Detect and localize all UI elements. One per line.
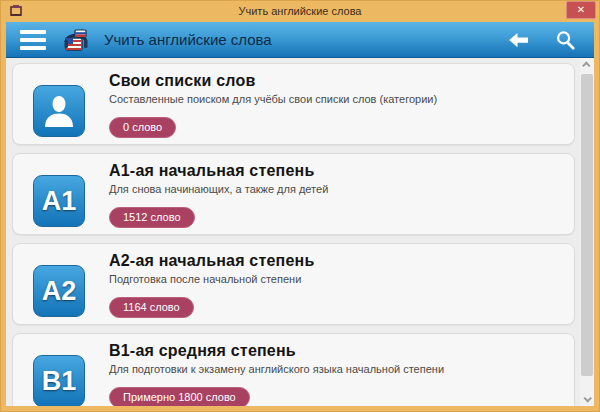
card-title: A2-ая начальная степень bbox=[109, 252, 564, 270]
back-button[interactable] bbox=[504, 25, 534, 55]
app-titlebar-icon bbox=[9, 4, 23, 18]
category-list: Свои списки слов Составленные поиском дл… bbox=[6, 58, 578, 406]
level-b1-icon: B1 bbox=[33, 355, 85, 406]
card-subtitle: Подготовка после начальной степени bbox=[109, 273, 564, 285]
menu-icon[interactable] bbox=[20, 30, 46, 50]
card-title: B1-ая средняя степень bbox=[109, 342, 564, 360]
search-button[interactable] bbox=[550, 25, 580, 55]
card-title: Свои списки слов bbox=[109, 72, 564, 90]
scroll-up-icon[interactable] bbox=[580, 58, 594, 72]
close-button[interactable]: ✕ bbox=[566, 1, 596, 19]
user-icon bbox=[33, 85, 85, 137]
window-title: Учить английские слова bbox=[0, 5, 600, 17]
card-subtitle: Составленные поиском для учёбы свои спис… bbox=[109, 93, 564, 105]
card-subtitle: Для снова начинающих, а также для детей bbox=[109, 183, 564, 195]
app-window: Учить английские слова ✕ Учить английски… bbox=[0, 0, 600, 412]
appbar: Учить английские слова bbox=[6, 22, 594, 58]
word-count-badge: 0 слово bbox=[109, 117, 176, 138]
word-count-badge: 1164 слово bbox=[109, 297, 194, 318]
appbar-title: Учить английские слова bbox=[104, 31, 488, 48]
back-icon bbox=[507, 28, 531, 52]
word-count-badge: 1512 слово bbox=[109, 207, 195, 228]
card-title: A1-ая начальная степень bbox=[109, 162, 564, 180]
list-item-own-word-lists[interactable]: Свои списки слов Составленные поиском дл… bbox=[12, 63, 575, 145]
list-item-level-b1[interactable]: B1 B1-ая средняя степень Для подготовки … bbox=[12, 333, 575, 406]
level-a1-icon: A1 bbox=[33, 175, 85, 227]
word-count-badge: Примерно 1800 слово bbox=[109, 387, 250, 406]
titlebar: Учить английские слова ✕ bbox=[0, 0, 600, 22]
scroll-down-icon[interactable] bbox=[580, 392, 594, 406]
level-a2-icon: A2 bbox=[33, 265, 85, 317]
list-item-level-a1[interactable]: A1 A1-ая начальная степень Для снова нач… bbox=[12, 153, 575, 235]
list-item-level-a2[interactable]: A2 A2-ая начальная степень Подготовка по… bbox=[12, 243, 575, 325]
scrollbar-thumb[interactable] bbox=[581, 74, 593, 376]
content-area: Свои списки слов Составленные поиском дл… bbox=[6, 58, 594, 406]
card-subtitle: Для подготовки к экзамену английского яз… bbox=[109, 363, 564, 375]
app-logo-icon bbox=[62, 26, 90, 54]
scrollbar[interactable] bbox=[580, 58, 594, 406]
search-icon bbox=[554, 29, 576, 51]
